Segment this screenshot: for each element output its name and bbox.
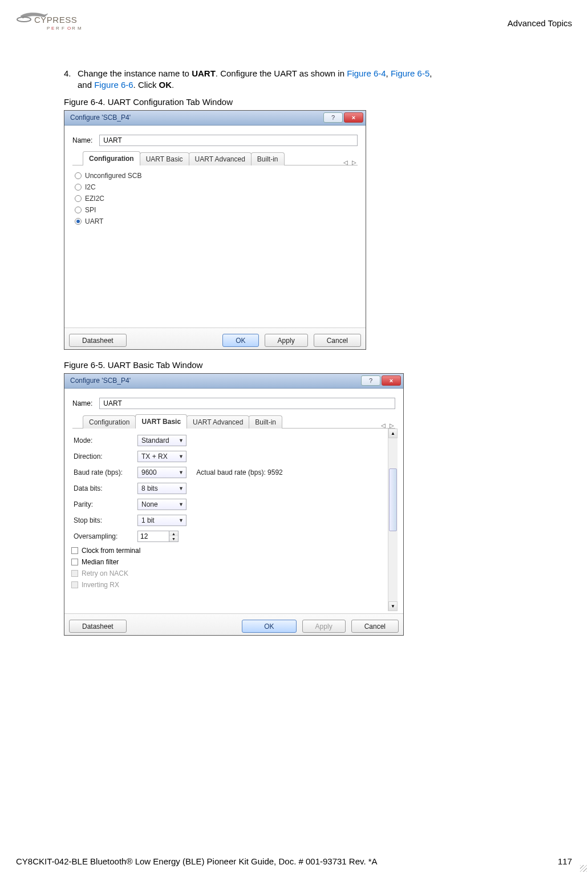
direction-label: Direction:: [72, 449, 135, 464]
link-figure-6-5[interactable]: Figure 6-5: [391, 68, 429, 78]
radio-icon: [75, 218, 82, 225]
chevron-down-icon: ▼: [179, 486, 184, 491]
tabstrip: Configuration UART Basic UART Advanced B…: [72, 415, 395, 429]
figure-6-4-caption: Figure 6-4. UART Configuration Tab Windo…: [64, 97, 572, 107]
titlebar[interactable]: Configure 'SCB_P4' ? ×: [64, 374, 403, 389]
check-inverting-rx: Inverting RX: [71, 579, 387, 591]
dialog-title: Configure 'SCB_P4': [70, 114, 131, 122]
help-button[interactable]: ?: [361, 375, 380, 386]
spin-down-icon[interactable]: ▼: [169, 536, 178, 541]
svg-text:R F: R F: [56, 26, 65, 31]
configure-scb-dialog-2: Configure 'SCB_P4' ? × Name: Configurati…: [64, 373, 404, 636]
tab-uart-basic[interactable]: UART Basic: [135, 414, 187, 429]
tab-uart-basic[interactable]: UART Basic: [140, 152, 189, 165]
actual-baud-label: Actual baud rate (bps): 9592: [196, 468, 282, 476]
name-label: Name:: [72, 399, 92, 407]
radio-icon: [75, 184, 82, 191]
checkbox-icon: [71, 570, 78, 577]
name-input[interactable]: [99, 135, 358, 146]
cancel-button[interactable]: Cancel: [351, 620, 399, 633]
baud-label: Baud rate (bps):: [72, 465, 135, 480]
direction-combo[interactable]: TX + RX▼: [137, 451, 186, 462]
tab-scroll-nav[interactable]: ◁ ▷: [381, 422, 395, 429]
baud-combo[interactable]: 9600▼: [137, 467, 186, 478]
tab-built-in[interactable]: Built-in: [251, 152, 285, 165]
scroll-up-icon[interactable]: ▲: [388, 429, 398, 438]
oversampling-label: Oversampling:: [72, 529, 135, 544]
parity-combo[interactable]: None▼: [137, 499, 186, 510]
scroll-thumb[interactable]: [389, 468, 397, 531]
spin-up-icon[interactable]: ▲: [169, 531, 178, 536]
ok-button[interactable]: OK: [242, 620, 296, 633]
checkbox-icon: [71, 559, 78, 565]
chevron-down-icon: ▼: [179, 470, 184, 475]
svg-text:E: E: [51, 26, 55, 31]
stopbits-combo[interactable]: 1 bit▼: [137, 515, 186, 526]
tab-scroll-nav[interactable]: ◁ ▷: [343, 159, 358, 165]
radio-icon: [75, 195, 82, 202]
footer-doc-title: CY8CKIT-042-BLE Bluetooth® Low Energy (B…: [16, 856, 378, 866]
dialog-title: Configure 'SCB_P4': [70, 377, 131, 385]
chevron-down-icon: ▼: [179, 518, 184, 523]
link-figure-6-6[interactable]: Figure 6-6: [94, 80, 133, 90]
mode-label: Mode:: [72, 433, 135, 448]
svg-text:R M: R M: [72, 26, 82, 31]
radio-uart[interactable]: UART: [75, 216, 355, 227]
databits-combo[interactable]: 8 bits▼: [137, 483, 186, 494]
tab-built-in[interactable]: Built-in: [249, 415, 282, 429]
parity-label: Parity:: [72, 497, 135, 512]
close-button[interactable]: ×: [382, 375, 401, 386]
apply-button: Apply: [302, 620, 346, 633]
vertical-scrollbar[interactable]: ▲ ▼: [388, 429, 398, 611]
link-figure-6-4[interactable]: Figure 6-4: [347, 68, 386, 78]
chevron-down-icon: ▼: [179, 502, 184, 507]
help-button[interactable]: ?: [323, 112, 343, 123]
ok-button[interactable]: OK: [222, 334, 258, 347]
tab-configuration[interactable]: Configuration: [83, 415, 136, 429]
tab-uart-advanced[interactable]: UART Advanced: [189, 152, 252, 165]
svg-text:P: P: [47, 26, 50, 31]
svg-text:O: O: [67, 26, 71, 31]
radio-icon: [75, 172, 82, 179]
radio-spi[interactable]: SPI: [75, 204, 355, 216]
scroll-down-icon[interactable]: ▼: [388, 601, 398, 611]
check-median-filter[interactable]: Median filter: [71, 556, 387, 568]
footer-page-number: 117: [558, 856, 572, 866]
check-retry-on-nack: Retry on NACK: [71, 568, 387, 579]
radio-i2c[interactable]: I2C: [75, 181, 355, 193]
tab-configuration[interactable]: Configuration: [83, 151, 140, 165]
tab-uart-advanced[interactable]: UART Advanced: [186, 415, 249, 429]
cancel-button[interactable]: Cancel: [314, 334, 361, 347]
titlebar[interactable]: Configure 'SCB_P4' ? ×: [64, 111, 366, 126]
check-clock-from-terminal[interactable]: Clock from terminal: [71, 545, 387, 556]
checkbox-icon: [71, 581, 78, 588]
svg-text:CYPRESS: CYPRESS: [34, 15, 77, 25]
figure-6-5-caption: Figure 6-5. UART Basic Tab Window: [64, 360, 572, 370]
radio-icon: [75, 207, 82, 213]
datasheet-button[interactable]: Datasheet: [69, 334, 127, 347]
name-label: Name:: [72, 136, 92, 144]
apply-button[interactable]: Apply: [265, 334, 308, 347]
stopbits-label: Stop bits:: [72, 513, 135, 528]
page-section-title: Advanced Topics: [508, 18, 572, 28]
datasheet-button[interactable]: Datasheet: [69, 620, 127, 633]
step-number: 4.: [64, 68, 78, 91]
radio-unconfigured-scb[interactable]: Unconfigured SCB: [75, 170, 355, 181]
resize-grip-icon[interactable]: [580, 865, 587, 872]
radio-ezi2c[interactable]: EZI2C: [75, 193, 355, 204]
chevron-down-icon: ▼: [179, 454, 184, 459]
configure-scb-dialog-1: Configure 'SCB_P4' ? × Name: Configurati…: [64, 110, 366, 350]
mode-combo[interactable]: Standard▼: [137, 435, 186, 446]
cypress-logo: CYPRESS P E R F O R M: [16, 6, 96, 36]
close-button[interactable]: ×: [344, 112, 363, 123]
tabstrip: Configuration UART Basic UART Advanced B…: [72, 152, 358, 165]
checkbox-icon: [71, 547, 78, 554]
chevron-down-icon: ▼: [179, 438, 184, 443]
oversampling-input[interactable]: [137, 531, 169, 542]
oversampling-spinner[interactable]: ▲▼: [137, 531, 179, 542]
databits-label: Data bits:: [72, 481, 135, 496]
name-input[interactable]: [99, 398, 395, 409]
step-text: Change the instance name to UART. Config…: [78, 68, 572, 91]
